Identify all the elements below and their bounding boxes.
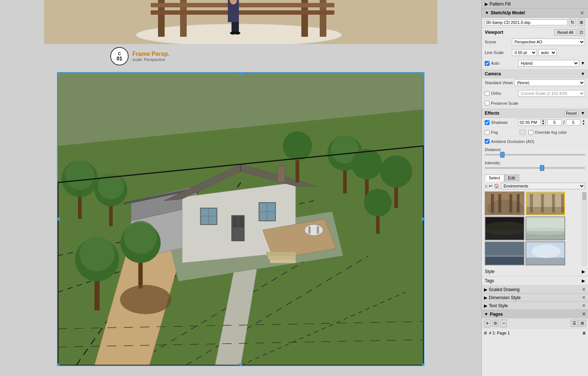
environments-select[interactable]: Environments [501,183,585,189]
svg-rect-81 [509,194,512,212]
distance-thumb[interactable] [500,152,505,158]
thumb-row-2 [485,216,579,240]
standard-views-select[interactable]: (None) [514,79,585,86]
shadows-time-arrows[interactable]: ▲ ▼ [541,119,545,125]
shadows-time-input[interactable] [519,120,541,125]
dimension-style-left: ▶ Dimension Style [484,295,521,300]
intensity-thumb[interactable] [540,165,544,171]
standard-views-label: Standard Views [485,80,513,85]
svg-point-60 [351,149,382,180]
scroll-thumb[interactable] [582,193,586,200]
preserve-scale-row: Preserve Scale [482,100,588,107]
viewport-corner-tr[interactable] [422,72,424,75]
page-icon-1: # [484,330,487,336]
intensity-track[interactable] [485,167,585,169]
hybrid-select[interactable]: Hybrid [518,60,579,67]
svg-point-47 [305,225,323,236]
text-style-close[interactable]: ✕ [582,303,586,308]
pages-header: ▼ Pages ✕ [482,310,588,318]
scaled-drawing-header[interactable]: ▶ Scaled Drawing ✕ [482,286,588,293]
sketchup-model-label: SketchUp Model [491,10,525,15]
shadows-val2-spin[interactable]: ▲ ▼ [582,119,585,126]
settings-icon-btn[interactable]: ⊞ [578,19,585,26]
svg-point-91 [485,222,524,235]
camera-label: Camera [485,71,501,76]
fog-checkbox[interactable] [485,130,490,135]
pages-delete-btn[interactable]: − [500,319,507,327]
current-scale-select[interactable]: Current Scale (1:102.424) [518,90,585,97]
dimension-style-header[interactable]: ▶ Dimension Style ✕ [482,294,588,301]
back-icon[interactable]: ↩ [489,183,492,189]
auto-checkbox[interactable] [485,61,490,66]
effects-reset-btn[interactable]: Reset [564,110,578,116]
shadows-slash: / [563,120,564,125]
thumb-5[interactable] [485,241,524,265]
svg-rect-10 [232,22,235,33]
thumb-3[interactable] [485,216,524,240]
thumb-4[interactable] [526,216,565,240]
thumb-6[interactable] [526,241,565,265]
tab-row: Select Edit [482,173,588,181]
pattern-fill-header[interactable]: ▶ Pattern Fill [482,0,588,8]
viewport-icon-btn[interactable]: ⊡ [578,29,585,36]
line-scale-select[interactable]: 0.50 pt [512,49,537,56]
svg-rect-86 [541,194,544,212]
pages-add-btn[interactable]: + [484,319,491,327]
thumb-row-1 [485,191,579,215]
svg-rect-79 [491,194,494,212]
scaled-drawing-label: Scaled Drawing [489,287,520,292]
shadows-val-up[interactable]: ▲ [582,119,585,122]
viewport-corner-tl[interactable] [57,72,60,75]
shadows-time-spin[interactable]: ▲ ▼ [518,119,546,126]
edit-tab[interactable]: Edit [504,175,519,181]
scene-select[interactable]: Perspective AO [512,39,585,45]
file-name-input[interactable] [485,19,567,25]
ortho-checkbox[interactable] [485,91,490,96]
text-style-header[interactable]: ▶ Text Style ✕ [482,302,588,309]
viewport-corner-br[interactable] [422,364,424,366]
viewport-label: Viewport [485,30,503,35]
scene-svg [58,73,424,365]
pages-duplicate-btn[interactable]: ⧉ [492,320,499,327]
thumb-2[interactable] [526,191,565,215]
time-down-arrow[interactable]: ▼ [541,122,545,125]
thumb-scrollbar[interactable] [582,192,587,266]
reset-all-btn[interactable]: Reset All [554,29,577,36]
refresh-icon-btn[interactable]: ↻ [569,19,576,26]
ao-label: Ambient Occlusion (AO) [491,139,534,144]
viewport-corner-bl[interactable] [57,364,60,366]
shadows-checkbox[interactable] [485,120,490,125]
shadows-val-down[interactable]: ▼ [582,122,585,126]
scaled-drawing-left: ▶ Scaled Drawing [484,287,520,292]
text-style-arrow: ▶ [484,303,487,308]
pages-list-view-btn[interactable]: ☰ [571,320,578,327]
home-icon[interactable]: ⌂ [485,183,487,189]
override-fog-checkbox[interactable] [528,130,533,135]
fog-color-swatch[interactable] [520,130,526,135]
thumbnails-area [482,191,582,267]
svg-rect-88 [561,194,564,212]
tags-arrow[interactable]: ▶ [582,278,585,283]
folder-icon[interactable]: 🏠 [494,183,499,189]
dimension-style-close[interactable]: ✕ [582,295,586,300]
camera-header[interactable]: Camera ▼ [482,69,588,78]
select-tab[interactable]: Select [485,175,504,181]
pages-close[interactable]: ✕ [582,311,586,317]
auto-label: Auto [491,61,517,65]
thumb-1[interactable] [485,191,524,215]
shadows-val1[interactable] [547,119,562,125]
page-item-1[interactable]: # # 1: Page 1 🖥 [482,329,588,337]
shadows-val2[interactable] [566,119,581,125]
preserve-scale-checkbox[interactable] [485,101,490,105]
pages-grid-view-btn[interactable]: ⊞ [579,320,586,327]
line-scale-label: Line Scale [485,50,510,55]
ao-checkbox[interactable] [485,139,490,144]
sketchup-model-close[interactable]: ✕ [579,10,585,16]
line-scale-auto-select[interactable]: auto [538,49,557,56]
distance-track[interactable] [485,154,585,155]
scene-label: Scene [485,40,510,44]
pergola-scene [0,0,481,44]
frame-title: Frame Persp. [132,51,169,57]
scaled-drawing-close[interactable]: ✕ [582,287,586,292]
style-arrow[interactable]: ▶ [582,269,585,274]
